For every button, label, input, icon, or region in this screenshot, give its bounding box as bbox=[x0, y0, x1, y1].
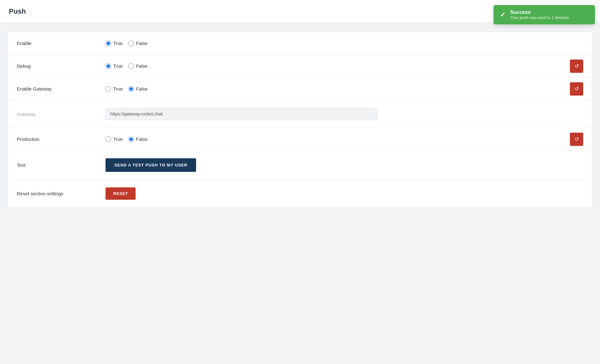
enable-false-radio[interactable] bbox=[128, 41, 134, 46]
debug-false-radio[interactable] bbox=[128, 63, 134, 69]
toast-subtitle: Your push was sent to 1 devices bbox=[510, 15, 569, 20]
toast-title: Success bbox=[510, 9, 569, 15]
toast-check-icon: ✓ bbox=[500, 11, 506, 19]
enable-control: True False bbox=[105, 41, 583, 46]
debug-false-label: False bbox=[136, 63, 148, 69]
enable-gateway-control: True False bbox=[105, 86, 583, 92]
send-test-push-button[interactable]: SEND A TEST PUSH TO MY USER bbox=[105, 158, 196, 172]
enable-false-label: False bbox=[136, 41, 148, 46]
page-title: Push bbox=[9, 7, 26, 16]
test-control: SEND A TEST PUSH TO MY USER bbox=[105, 158, 583, 172]
enable-true-radio[interactable] bbox=[105, 41, 111, 46]
enable-label: Enable bbox=[17, 41, 105, 46]
gateway-url-control bbox=[105, 108, 583, 120]
gateway-url-label: Gateway bbox=[17, 111, 105, 117]
production-row: Production True False ↺ bbox=[8, 128, 592, 151]
gateway-true-radio[interactable] bbox=[105, 86, 111, 92]
reset-section-row: Reset section settings RESET bbox=[8, 180, 592, 207]
undo-icon-2: ↺ bbox=[575, 86, 579, 92]
reset-section-control: RESET bbox=[105, 187, 583, 200]
debug-control: True False bbox=[105, 63, 583, 69]
content-area: Enable True False Debug True bbox=[0, 23, 600, 217]
production-control: True False bbox=[105, 136, 583, 142]
enable-false-option[interactable]: False bbox=[128, 41, 148, 46]
enable-gateway-label: Enable Gateway bbox=[17, 86, 105, 91]
toast-content: Success Your push was sent to 1 devices bbox=[510, 9, 569, 20]
enable-gateway-row: Enable Gateway True False ↺ bbox=[8, 78, 592, 100]
production-reset-button[interactable]: ↺ bbox=[570, 133, 583, 146]
debug-true-option[interactable]: True bbox=[105, 63, 123, 69]
success-toast: ✓ Success Your push was sent to 1 device… bbox=[494, 5, 595, 24]
production-false-option[interactable]: False bbox=[128, 136, 148, 142]
debug-row: Debug True False ↺ bbox=[8, 55, 592, 78]
undo-icon-3: ↺ bbox=[575, 136, 579, 142]
gateway-url-row: Gateway bbox=[8, 100, 592, 128]
gateway-false-option[interactable]: False bbox=[128, 86, 148, 92]
undo-icon: ↺ bbox=[575, 63, 579, 69]
production-false-radio[interactable] bbox=[128, 136, 134, 142]
debug-reset-button[interactable]: ↺ bbox=[570, 60, 583, 73]
reset-section-button[interactable]: RESET bbox=[105, 187, 136, 200]
gateway-false-radio[interactable] bbox=[128, 86, 134, 92]
gateway-false-label: False bbox=[136, 86, 148, 91]
production-false-label: False bbox=[136, 136, 148, 142]
production-true-radio[interactable] bbox=[105, 136, 111, 142]
reset-section-label: Reset section settings bbox=[17, 191, 105, 196]
gateway-url-input[interactable] bbox=[105, 108, 378, 120]
enable-true-label: True bbox=[113, 41, 123, 46]
production-true-option[interactable]: True bbox=[105, 136, 123, 142]
settings-card: Enable True False Debug True bbox=[8, 32, 592, 208]
enable-row: Enable True False bbox=[8, 32, 592, 55]
gateway-true-option[interactable]: True bbox=[105, 86, 123, 92]
debug-true-radio[interactable] bbox=[105, 63, 111, 69]
gateway-true-label: True bbox=[113, 86, 123, 91]
enable-gateway-reset-button[interactable]: ↺ bbox=[570, 82, 583, 96]
enable-true-option[interactable]: True bbox=[105, 41, 123, 46]
debug-true-label: True bbox=[113, 63, 123, 69]
test-label: Test bbox=[17, 162, 105, 168]
debug-false-option[interactable]: False bbox=[128, 63, 148, 69]
test-row: Test SEND A TEST PUSH TO MY USER bbox=[8, 151, 592, 180]
debug-label: Debug bbox=[17, 63, 105, 69]
production-label: Production bbox=[17, 136, 105, 142]
production-true-label: True bbox=[113, 136, 123, 142]
